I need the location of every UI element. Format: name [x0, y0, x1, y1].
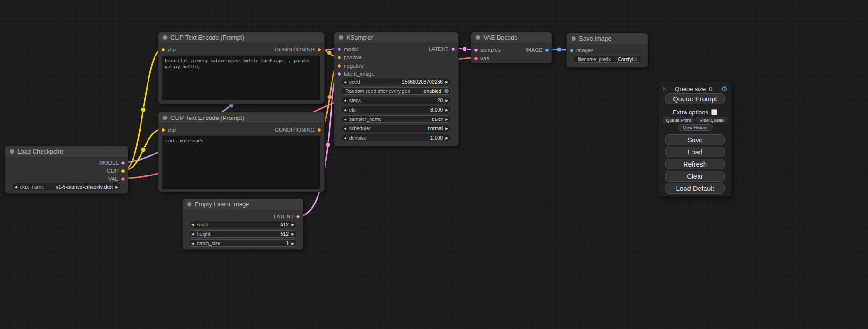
load-button[interactable]: Load: [665, 147, 725, 157]
slot-dot-conditioning[interactable]: [317, 48, 321, 52]
collapse-dot-icon[interactable]: [187, 202, 191, 206]
node-vae-decode[interactable]: VAE Decode samples vae IMAGE: [471, 32, 552, 63]
slot-dot-vae[interactable]: [474, 56, 478, 61]
output-slot-clip[interactable]: CLIP: [106, 167, 128, 175]
load-default-button[interactable]: Load Default: [665, 183, 725, 194]
output-slot-latent[interactable]: LATENT: [274, 213, 303, 220]
input-slot-clip[interactable]: clip: [158, 126, 176, 133]
input-slot-latent-image[interactable]: latent_image: [334, 70, 374, 77]
widget-sampler-name[interactable]: ◀ sampler_name euler ▶: [340, 115, 452, 123]
slot-dot-image[interactable]: [570, 49, 574, 53]
extra-options-checkbox[interactable]: [711, 109, 717, 115]
slot-dot-latent[interactable]: [296, 215, 300, 219]
slot-dot-clip[interactable]: [121, 169, 125, 173]
node-clip-text-encode-negative[interactable]: CLIP Text Encode (Prompt) clip CONDITION…: [158, 112, 325, 192]
decrement-arrow-icon[interactable]: ◀: [189, 221, 197, 228]
input-slot-samples[interactable]: samples: [471, 46, 501, 54]
drag-handle-icon[interactable]: ⣿: [663, 86, 666, 91]
increment-arrow-icon[interactable]: ▶: [443, 125, 451, 132]
node-save-image[interactable]: Save Image images filename_prefix ComfyU…: [566, 33, 648, 68]
decrement-arrow-icon[interactable]: ◀: [341, 125, 349, 132]
node-title-bar[interactable]: CLIP Text Encode (Prompt): [158, 32, 324, 43]
collapse-dot-icon[interactable]: [572, 36, 576, 41]
input-slot-vae[interactable]: vae: [471, 55, 489, 62]
collapse-dot-icon[interactable]: [163, 116, 167, 120]
node-title-bar[interactable]: Empty Latent Image: [183, 199, 303, 210]
increment-arrow-icon[interactable]: ▶: [443, 97, 451, 104]
slot-dot-latent[interactable]: [337, 72, 341, 76]
collapse-dot-icon[interactable]: [10, 149, 14, 154]
increment-arrow-icon[interactable]: ▶: [289, 240, 297, 247]
slot-dot-latent[interactable]: [474, 48, 478, 52]
node-empty-latent-image[interactable]: Empty Latent Image LATENT ◀ width 512 ▶ …: [182, 198, 303, 250]
output-slot-image[interactable]: IMAGE: [525, 46, 552, 54]
decrement-arrow-icon[interactable]: ◀: [189, 231, 197, 238]
input-slot-positive[interactable]: positive: [334, 54, 362, 61]
widget-batch-size[interactable]: ◀ batch_size 1 ▶: [188, 239, 297, 247]
slot-dot-clip[interactable]: [161, 48, 165, 52]
decrement-arrow-icon[interactable]: ◀: [341, 97, 349, 104]
increment-arrow-icon[interactable]: ▶: [443, 78, 451, 85]
view-queue-button[interactable]: View Queue: [696, 117, 727, 123]
increment-arrow-icon[interactable]: ▶: [289, 221, 297, 228]
node-ksampler[interactable]: KSampler model positive negative latent_…: [334, 32, 459, 146]
queue-prompt-button[interactable]: Queue Prompt: [665, 93, 725, 104]
decrement-arrow-icon[interactable]: ◀: [341, 106, 349, 113]
widget-cfg[interactable]: ◀ cfg 8.000 ▶: [340, 106, 452, 113]
increment-arrow-icon[interactable]: ▶: [443, 134, 451, 141]
decrement-arrow-icon[interactable]: ◀: [12, 183, 20, 190]
slot-dot-vae[interactable]: [121, 177, 125, 181]
refresh-button[interactable]: Refresh: [665, 159, 725, 169]
increment-arrow-icon[interactable]: ▶: [443, 116, 451, 123]
slot-dot-conditioning[interactable]: [317, 128, 321, 132]
node-load-checkpoint[interactable]: Load Checkpoint MODEL CLIP VAE ◀ ckpt_na…: [5, 146, 128, 194]
widget-filename-prefix[interactable]: filename_prefix ComfyUI: [572, 56, 642, 63]
input-slot-clip[interactable]: clip: [158, 46, 176, 53]
widget-scheduler[interactable]: ◀ scheduler normal ▶: [340, 125, 452, 132]
clear-button[interactable]: Clear: [665, 171, 725, 182]
output-slot-latent[interactable]: LATENT: [429, 45, 458, 53]
collapse-dot-icon[interactable]: [476, 35, 480, 40]
slot-dot-model[interactable]: [121, 161, 125, 165]
output-slot-conditioning[interactable]: CONDITIONING: [275, 46, 324, 53]
decrement-arrow-icon[interactable]: ◀: [341, 134, 349, 141]
output-slot-model[interactable]: MODEL: [99, 159, 128, 167]
decrement-arrow-icon[interactable]: ◀: [341, 116, 349, 123]
toggle-dot-icon[interactable]: [444, 89, 449, 93]
queue-front-button[interactable]: Queue Front: [663, 117, 694, 123]
decrement-arrow-icon[interactable]: ◀: [341, 78, 349, 85]
slot-dot-image[interactable]: [545, 48, 549, 52]
collapse-dot-icon[interactable]: [339, 35, 343, 40]
collapse-dot-icon[interactable]: [163, 35, 167, 40]
widget-width[interactable]: ◀ width 512 ▶: [188, 221, 297, 228]
node-title-bar[interactable]: VAE Decode: [471, 32, 552, 43]
prompt-textarea[interactable]: beautiful scenery nature glass bottle la…: [162, 56, 320, 100]
settings-gear-icon[interactable]: ⚙: [721, 85, 727, 92]
input-slot-negative[interactable]: negative: [334, 62, 364, 70]
increment-arrow-icon[interactable]: ▶: [443, 106, 451, 113]
increment-arrow-icon[interactable]: ▶: [113, 183, 121, 190]
widget-steps[interactable]: ◀ steps 20 ▶: [340, 97, 452, 104]
increment-arrow-icon[interactable]: ▶: [289, 231, 297, 238]
prompt-textarea[interactable]: text, watermark: [162, 136, 320, 189]
input-slot-images[interactable]: images: [567, 47, 593, 54]
slot-dot-clip[interactable]: [161, 128, 165, 132]
slot-dot-conditioning[interactable]: [337, 64, 341, 68]
node-clip-text-encode-positive[interactable]: CLIP Text Encode (Prompt) clip CONDITION…: [158, 32, 325, 104]
slot-dot-conditioning[interactable]: [337, 56, 341, 60]
slot-dot-latent[interactable]: [451, 47, 455, 51]
widget-height[interactable]: ◀ height 512 ▶: [188, 230, 297, 238]
save-button[interactable]: Save: [665, 134, 725, 145]
decrement-arrow-icon[interactable]: ◀: [189, 240, 197, 247]
widget-ckpt-name[interactable]: ◀ ckpt_name v1-5-pruned-emaonly.ckpt ▶: [11, 183, 121, 190]
node-title-bar[interactable]: Save Image: [567, 33, 648, 44]
output-slot-vae[interactable]: VAE: [108, 175, 128, 182]
output-slot-conditioning[interactable]: CONDITIONING: [275, 126, 324, 133]
widget-seed[interactable]: ◀ seed 156680208700286 ▶: [340, 78, 452, 85]
node-graph-canvas[interactable]: Load Checkpoint MODEL CLIP VAE ◀ ckpt_na…: [0, 0, 868, 329]
view-history-button[interactable]: View History: [678, 124, 713, 131]
node-title-bar[interactable]: KSampler: [334, 32, 458, 43]
widget-random-seed-toggle[interactable]: Random seed after every gen enabled: [340, 87, 452, 95]
input-slot-model[interactable]: model: [334, 45, 358, 53]
widget-denoise[interactable]: ◀ denoise 1.000 ▶: [340, 134, 452, 141]
